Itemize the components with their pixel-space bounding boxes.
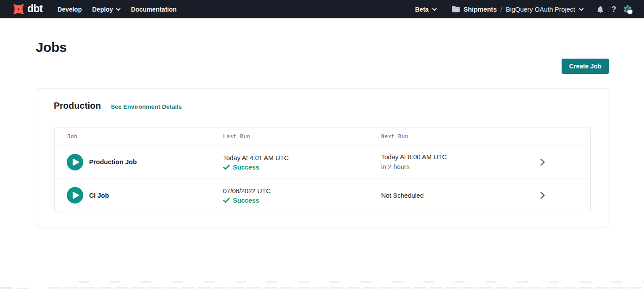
nav-item-develop[interactable]: Develop [57,6,82,13]
top-navbar: dbt Develop Deploy Documentation Beta Sh… [0,0,644,18]
run-job-play-button[interactable] [67,187,83,204]
column-header-job: Job [55,133,223,140]
last-run-status: Success [223,164,381,171]
notifications-button[interactable] [596,5,605,14]
nav-item-label: Develop [57,6,82,13]
job-cell: Production Job [55,154,223,170]
chevron-down-icon [579,8,584,11]
project-breadcrumb[interactable]: Shipments / BigQuery OAuth Project [452,6,584,13]
last-run-time: 07/06/2022 UTC [223,187,381,196]
gear-icon [623,4,632,14]
last-run-cell: 07/06/2022 UTC Success [223,187,381,204]
folder-icon [452,6,460,13]
primary-nav: Develop Deploy Documentation [57,6,176,13]
check-icon [223,165,230,170]
nav-item-deploy[interactable]: Deploy [92,6,121,13]
breadcrumb-project: BigQuery OAuth Project [506,6,575,13]
last-run-cell: Today At 4:01 AM UTC Success [223,153,381,171]
dbt-logo-icon [13,3,25,15]
jobs-table: Job Last Run Next Run Production Job Tod… [54,127,591,212]
job-row-production[interactable]: Production Job Today At 4:01 AM UTC Succ… [55,145,590,178]
brand-text: dbt [27,4,43,15]
job-name: CI Job [89,192,109,199]
beta-label: Beta [415,6,429,13]
environment-card: Production See Environment Details Job L… [36,88,609,227]
nav-item-label: Deploy [92,6,113,13]
jobs-table-header: Job Last Run Next Run [55,128,590,145]
beta-dropdown[interactable]: Beta [415,6,437,13]
column-header-next-run: Next Run [381,133,494,140]
row-detail-arrow[interactable] [494,191,590,199]
bottom-dashed-texture [0,287,13,289]
row-detail-arrow[interactable] [494,158,590,166]
status-text: Success [233,164,259,171]
create-job-button[interactable]: Create Job [562,59,609,74]
chevron-right-icon [540,158,545,166]
job-name: Production Job [89,158,137,166]
environment-card-header: Production See Environment Details [36,89,609,111]
settings-button[interactable] [623,4,632,14]
next-run-cell: Today At 8:00 AM UTC in 2 hours [381,153,494,171]
next-run-time: Not Scheduled [381,191,494,200]
page-title: Jobs [36,40,67,55]
next-run-time: Today At 8:00 AM UTC [381,153,494,162]
navbar-right: Beta Shipments / BigQuery OAuth Project [415,4,632,14]
job-cell: CI Job [55,187,223,204]
breadcrumb-separator: / [500,6,502,13]
nav-item-documentation[interactable]: Documentation [131,6,176,13]
chevron-right-icon [540,191,545,199]
run-job-play-button[interactable] [67,154,83,170]
column-header-last-run: Last Run [223,133,381,140]
chevron-down-icon [432,8,437,11]
nav-item-label: Documentation [131,6,176,13]
next-run-cell: Not Scheduled [381,191,494,200]
chevron-down-icon [116,8,120,11]
help-button[interactable]: ? [611,5,616,13]
dbt-logo[interactable]: dbt [13,3,43,15]
environment-name: Production [54,101,101,111]
status-text: Success [233,197,259,204]
breadcrumb-account: Shipments [464,6,497,13]
job-row-ci[interactable]: CI Job 07/06/2022 UTC Success Not Schedu… [55,178,590,212]
bell-icon [596,5,605,14]
next-run-note: in 2 hours [381,162,494,171]
see-environment-details-link[interactable]: See Environment Details [111,103,182,110]
navbar-icon-group: ? [596,4,632,14]
bottom-dashed-texture [78,281,644,283]
last-run-time: Today At 4:01 AM UTC [223,153,381,162]
last-run-status: Success [223,197,381,204]
check-icon [223,198,230,203]
question-mark-icon: ? [611,5,616,13]
bottom-dashed-texture [48,287,644,289]
